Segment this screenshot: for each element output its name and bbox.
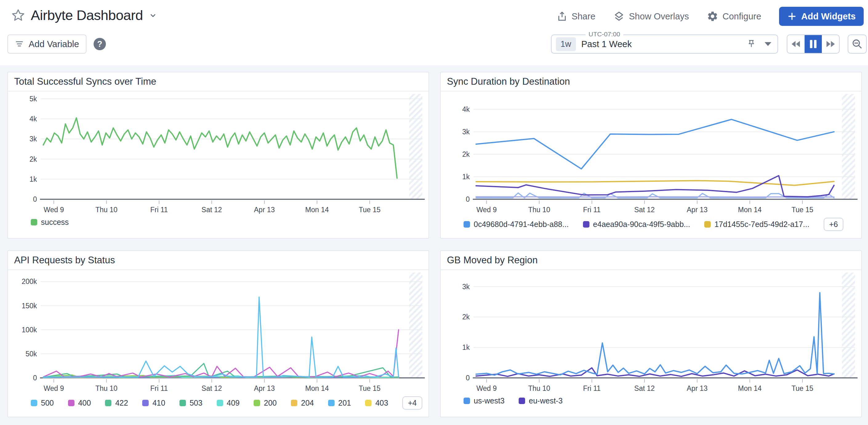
legend-item[interactable]: 204 xyxy=(291,398,314,407)
widget-api-requests-by-status: API Requests by Status 050k100k150k200kW… xyxy=(7,250,429,417)
svg-text:Apr 13: Apr 13 xyxy=(687,384,708,392)
title-chevron-down-icon[interactable] xyxy=(148,11,158,20)
page-title: Airbyte Dashboard xyxy=(31,7,143,23)
legend-color-chip xyxy=(328,400,335,406)
help-icon[interactable]: ? xyxy=(94,38,106,50)
time-range-picker[interactable]: UTC-07:00 1w Past 1 Week xyxy=(551,34,778,54)
svg-text:Sat 12: Sat 12 xyxy=(634,384,655,392)
timeseries-chart-sync-duration[interactable]: 01k2k3k4kWed 9Thu 10Fri 11Sat 12Apr 13Mo… xyxy=(441,91,861,215)
svg-text:Wed 9: Wed 9 xyxy=(44,206,64,214)
svg-text:Mon 14: Mon 14 xyxy=(305,384,329,392)
svg-text:Mon 14: Mon 14 xyxy=(738,384,762,392)
legend-item[interactable]: 500 xyxy=(31,398,54,407)
svg-text:200k: 200k xyxy=(22,277,37,285)
svg-text:2k: 2k xyxy=(462,313,470,321)
chart-legend: 500400422410503409200204201403+4 xyxy=(8,396,429,409)
configure-label: Configure xyxy=(722,11,761,22)
legend-item[interactable]: 17d1455c-7ed5-49d2-a17... xyxy=(704,220,809,229)
svg-text:5k: 5k xyxy=(30,95,37,103)
filter-icon xyxy=(15,39,24,49)
legend-color-chip xyxy=(583,221,589,227)
timeseries-chart-gb-moved[interactable]: 01k2k3kWed 9Thu 10Fri 11Sat 12Apr 13Mon … xyxy=(441,270,861,394)
svg-text:Fri 11: Fri 11 xyxy=(150,206,168,214)
time-preset-chip[interactable]: 1w xyxy=(556,37,576,51)
legend-label: 204 xyxy=(301,398,314,407)
svg-text:Tue 15: Tue 15 xyxy=(359,384,381,392)
legend-item[interactable]: eu-west-3 xyxy=(519,396,563,405)
legend-label: 500 xyxy=(41,398,54,407)
legend-item[interactable]: us-west3 xyxy=(464,396,504,405)
svg-text:Tue 15: Tue 15 xyxy=(359,206,381,214)
svg-text:Apr 13: Apr 13 xyxy=(687,206,708,214)
widget-gb-moved-by-region: GB Moved by Region 01k2k3kWed 9Thu 10Fri… xyxy=(440,250,862,417)
widget-title: API Requests by Status xyxy=(8,251,429,270)
forward-button[interactable] xyxy=(822,35,839,53)
legend-label: 0c49680d-4791-4ebb-a88... xyxy=(474,220,569,229)
overlays-icon xyxy=(613,10,625,22)
legend-item[interactable]: 201 xyxy=(328,398,351,407)
svg-text:Apr 13: Apr 13 xyxy=(254,384,275,392)
legend-more-badge[interactable]: +6 xyxy=(824,218,844,231)
timeseries-chart-total-successful-syncs[interactable]: 01k2k3k4k5kWed 9Thu 10Fri 11Sat 12Apr 13… xyxy=(8,91,429,215)
pause-button[interactable] xyxy=(805,35,822,53)
legend-item[interactable]: 503 xyxy=(180,398,203,407)
timeseries-chart-api-requests[interactable]: 050k100k150k200kWed 9Thu 10Fri 11Sat 12A… xyxy=(8,270,429,394)
svg-text:150k: 150k xyxy=(22,302,37,310)
add-variable-button[interactable]: Add Variable xyxy=(7,34,87,54)
legend-item[interactable]: 0c49680d-4791-4ebb-a88... xyxy=(464,220,569,229)
legend-item[interactable]: 200 xyxy=(254,398,277,407)
chart-legend: 0c49680d-4791-4ebb-a88...e4aea90a-90ca-4… xyxy=(441,218,861,231)
legend-color-chip xyxy=(217,400,223,406)
zoom-out-button[interactable] xyxy=(848,34,867,54)
legend-item[interactable]: e4aea90a-90ca-49f5-9abb... xyxy=(583,220,690,229)
legend-color-chip xyxy=(291,400,297,406)
pin-icon[interactable] xyxy=(746,39,756,49)
svg-text:4k: 4k xyxy=(462,105,470,113)
widget-title: GB Moved by Region xyxy=(441,251,861,270)
legend-color-chip xyxy=(105,400,112,406)
share-label: Share xyxy=(571,11,595,22)
svg-text:1k: 1k xyxy=(30,175,37,183)
svg-text:50k: 50k xyxy=(26,350,37,358)
legend-item[interactable]: success xyxy=(31,218,69,227)
svg-text:Thu 10: Thu 10 xyxy=(95,384,118,392)
legend-item[interactable]: 403 xyxy=(365,398,388,407)
legend-color-chip xyxy=(31,219,37,225)
svg-text:Thu 10: Thu 10 xyxy=(95,206,118,214)
svg-text:Fri 11: Fri 11 xyxy=(150,384,168,392)
legend-more-badge[interactable]: +4 xyxy=(402,396,422,409)
legend-label: us-west3 xyxy=(474,396,504,405)
show-overlays-label: Show Overlays xyxy=(629,11,689,22)
time-dropdown-caret-icon[interactable] xyxy=(765,42,771,46)
svg-text:Sat 12: Sat 12 xyxy=(202,384,222,392)
widget-title: Total Successful Syncs over Time xyxy=(8,72,429,91)
legend-label: 410 xyxy=(152,398,165,407)
widget-title: Sync Duration by Destination xyxy=(441,72,861,91)
svg-text:Wed 9: Wed 9 xyxy=(44,384,64,392)
timezone-label: UTC-07:00 xyxy=(585,30,623,38)
legend-item[interactable]: 422 xyxy=(105,398,128,407)
rewind-icon xyxy=(791,39,801,49)
show-overlays-button[interactable]: Show Overlays xyxy=(613,10,689,22)
legend-color-chip xyxy=(254,400,260,406)
legend-item[interactable]: 410 xyxy=(142,398,165,407)
legend-color-chip xyxy=(519,398,525,404)
gear-icon xyxy=(707,10,718,22)
svg-text:Tue 15: Tue 15 xyxy=(792,384,813,392)
svg-text:Wed 9: Wed 9 xyxy=(476,384,497,392)
fast-forward-icon xyxy=(825,39,836,49)
configure-button[interactable]: Configure xyxy=(707,10,761,22)
add-widgets-label: Add Widgets xyxy=(801,11,856,22)
svg-text:Mon 14: Mon 14 xyxy=(305,206,329,214)
add-variable-label: Add Variable xyxy=(29,39,79,49)
backward-button[interactable] xyxy=(787,35,805,53)
legend-color-chip xyxy=(142,400,149,406)
time-range-label: Past 1 Week xyxy=(582,39,632,49)
legend-item[interactable]: 409 xyxy=(217,398,240,407)
favorite-star-icon[interactable] xyxy=(11,8,25,23)
svg-text:0: 0 xyxy=(33,195,37,203)
add-widgets-button[interactable]: Add Widgets xyxy=(779,7,864,26)
share-button[interactable]: Share xyxy=(557,11,595,22)
svg-text:Tue 15: Tue 15 xyxy=(792,206,813,214)
legend-item[interactable]: 400 xyxy=(68,398,91,407)
